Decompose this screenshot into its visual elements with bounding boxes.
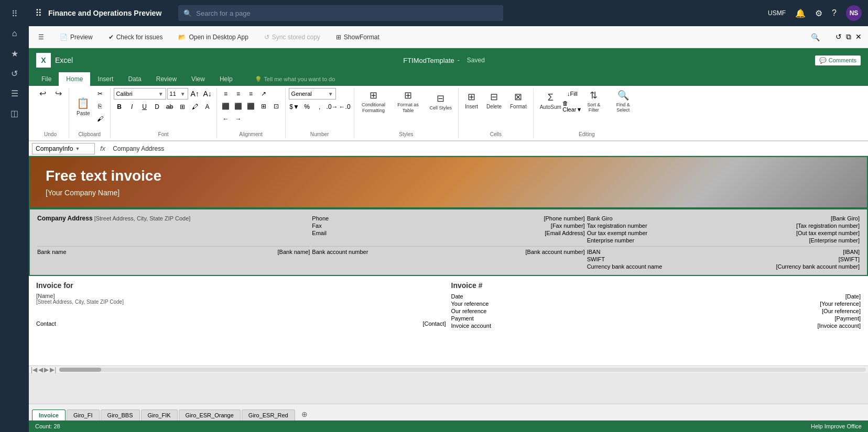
merge-cells-button[interactable]: ⊡	[270, 101, 282, 112]
font-color-button[interactable]: A	[202, 101, 213, 113]
double-underline-button[interactable]: D	[151, 101, 163, 113]
restore-icon[interactable]: ⧉	[846, 32, 851, 41]
insert-cells-button[interactable]: ⊞ Insert	[462, 88, 481, 112]
hamburger-menu-button[interactable]: ☰	[35, 32, 47, 42]
notification-icon[interactable]: 🔔	[795, 8, 806, 18]
wrap-text-button[interactable]: ⊞	[258, 101, 269, 112]
main-area: ⠿ Finance and Operations Preview 🔍 Searc…	[29, 0, 868, 432]
clear-button[interactable]: 🗑Clear▼	[567, 101, 578, 112]
search-bar[interactable]: 🔍 Search for a page	[178, 5, 503, 21]
sort-filter-button[interactable]: ⇅ Sort & Filter	[580, 88, 607, 114]
tab-view[interactable]: View	[184, 72, 212, 86]
name-box[interactable]: CompanyInfo ▼	[32, 143, 95, 154]
rotate-text-button[interactable]: ↗	[258, 88, 269, 99]
align-top-left-button[interactable]: ≡	[220, 88, 232, 99]
editing-buttons: Σ AutoSum ↓Fill 🗑Clear▼ ⇅ Sort & Filter	[537, 88, 637, 114]
bold-button[interactable]: B	[114, 101, 125, 113]
first-sheet-arrow[interactable]: |◀	[31, 366, 37, 373]
borders-button[interactable]: ⊞	[177, 101, 188, 113]
tab-insert[interactable]: Insert	[90, 72, 121, 86]
cell-styles-button[interactable]: ⊟ Cell Styles	[427, 88, 455, 115]
format-cells-button[interactable]: ⊠ Format	[507, 88, 530, 112]
tellme-box[interactable]: 💡 Tell me what you want to do	[251, 72, 340, 86]
copy-button[interactable]: ⎘	[94, 101, 106, 112]
format-painter-button[interactable]: 🖌	[94, 113, 106, 125]
preview-button[interactable]: 📄 Preview	[57, 32, 96, 42]
find-select-button[interactable]: 🔍 Find & Select	[610, 88, 637, 114]
align-right-button[interactable]: ⬛	[245, 101, 257, 112]
redo-button[interactable]: ↪	[51, 88, 66, 99]
percent-button[interactable]: %	[301, 101, 313, 113]
add-sheet-button[interactable]: ⊕	[296, 408, 313, 420]
horizontal-scrollbar[interactable]: |◀ ◀ ▶ ▶|	[29, 365, 868, 373]
conditional-format-button[interactable]: ⊞ Conditional Formatting	[357, 88, 390, 115]
decrease-decimal-button[interactable]: ←.0	[339, 101, 351, 113]
help-icon[interactable]: ?	[832, 8, 837, 18]
font-size-dropdown[interactable]: 11 ▼	[167, 88, 188, 99]
nav-grid-button[interactable]: ⠿	[35, 7, 42, 19]
highlight-color-button[interactable]: 🖍	[189, 101, 201, 113]
decrease-indent-button[interactable]: ←	[220, 113, 232, 125]
invoice-name: [Name]	[36, 293, 446, 299]
tab-data[interactable]: Data	[121, 72, 148, 86]
open-desktop-button[interactable]: 📂 Open in Desktop App	[175, 32, 251, 42]
refresh-icon[interactable]: ↺	[836, 32, 842, 41]
sidebar-grid-icon[interactable]: ⠿	[4, 4, 25, 23]
sidebar-recent-icon[interactable]: ↺	[4, 64, 25, 83]
h-scroll-track[interactable]	[59, 368, 866, 372]
close-icon[interactable]: ✕	[855, 32, 862, 41]
number-format-dropdown[interactable]: General ▼	[289, 88, 336, 99]
sidebar-workspaces-icon[interactable]: ◫	[4, 104, 25, 123]
comments-button[interactable]: 💬 Comments	[815, 56, 861, 65]
autosum-button[interactable]: Σ AutoSum	[537, 88, 565, 114]
undo-button[interactable]: ↩	[35, 88, 50, 99]
sync-button[interactable]: ↺ Sync stored copy	[261, 32, 323, 42]
format-table-button[interactable]: ⊞ Format as Table	[392, 88, 425, 115]
settings-icon[interactable]: ⚙	[815, 8, 822, 18]
next-sheet-arrow[interactable]: ▶	[44, 366, 49, 373]
last-sheet-arrow[interactable]: ▶|	[50, 366, 56, 373]
sheet-tab-giro-esr-orange[interactable]: Giro_ESR_Orange	[179, 409, 241, 420]
fill-button[interactable]: ↓Fill	[567, 88, 578, 99]
help-improve-label[interactable]: Help Improve Office	[811, 423, 862, 429]
sheet-tab-giro-esr-red[interactable]: Giro_ESR_Red	[242, 409, 295, 420]
user-avatar[interactable]: NS	[846, 5, 862, 21]
h-scroll-thumb[interactable]	[59, 368, 101, 372]
font-name-dropdown[interactable]: Calibri ▼	[114, 88, 166, 99]
tab-help[interactable]: Help	[212, 72, 240, 86]
toolbar-search[interactable]: 🔍	[811, 33, 820, 41]
currency-button[interactable]: $▼	[289, 101, 300, 113]
sheet-tab-giro-fik[interactable]: Giro_FIK	[141, 409, 178, 420]
sidebar-list-icon[interactable]: ☰	[4, 84, 25, 103]
prev-sheet-arrow[interactable]: ◀	[38, 366, 43, 373]
autosum-icon: Σ	[548, 92, 554, 103]
tab-review[interactable]: Review	[149, 72, 184, 86]
align-left-button[interactable]: ⬛	[220, 101, 232, 112]
cut-button[interactable]: ✂	[94, 88, 106, 99]
align-top-center-button[interactable]: ≡	[233, 88, 244, 99]
sidebar-favorites-icon[interactable]: ★	[4, 44, 25, 63]
increase-font-button[interactable]: A↑	[189, 88, 201, 99]
sidebar-home-icon[interactable]: ⌂	[4, 24, 25, 43]
comma-button[interactable]: ,	[314, 101, 326, 113]
name-box-arrow[interactable]: ▼	[75, 146, 80, 151]
spreadsheet-area[interactable]: Free text invoice [Your Company Name] Co…	[29, 156, 868, 404]
tab-file[interactable]: File	[34, 72, 59, 86]
strikethrough-button[interactable]: ab	[164, 101, 176, 113]
sheet-tab-invoice[interactable]: Invoice	[32, 409, 66, 420]
paste-button[interactable]: 📋 Paste	[73, 94, 93, 118]
decrease-font-button[interactable]: A↓	[202, 88, 213, 99]
check-issues-button[interactable]: ✔ Check for issues	[105, 32, 166, 42]
align-center-button[interactable]: ⬛	[233, 101, 244, 112]
show-format-button[interactable]: ⊞ ShowFormat	[333, 32, 383, 42]
sheet-tab-giro-fi[interactable]: Giro_FI	[67, 409, 100, 420]
underline-button[interactable]: U	[139, 101, 150, 113]
sheet-tab-giro-bbs[interactable]: Giro_BBS	[101, 409, 140, 420]
increase-indent-button[interactable]: →	[233, 113, 244, 125]
tab-home[interactable]: Home	[59, 72, 90, 86]
align-top-right-button[interactable]: ≡	[245, 88, 257, 99]
formula-content[interactable]: Company Address	[111, 144, 865, 153]
delete-cells-button[interactable]: ⊟ Delete	[483, 88, 505, 112]
increase-decimal-button[interactable]: .0→	[327, 101, 338, 113]
italic-button[interactable]: I	[126, 101, 138, 113]
